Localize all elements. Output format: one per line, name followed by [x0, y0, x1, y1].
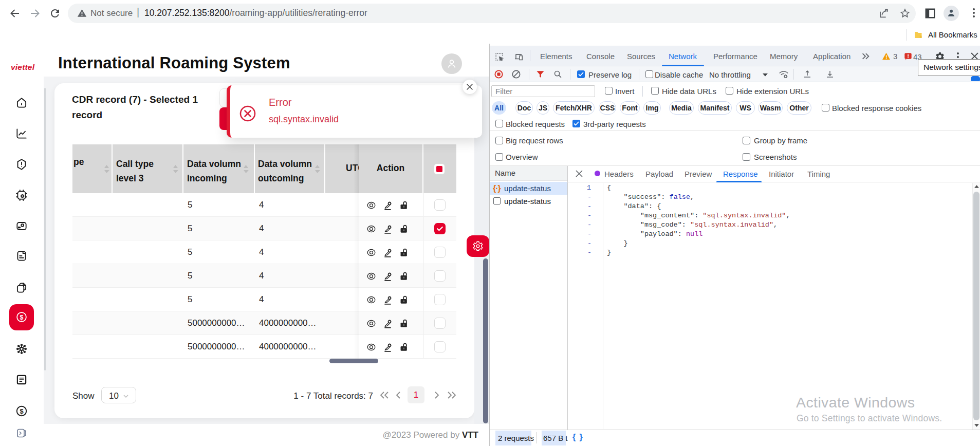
svg-text:$: $ [20, 407, 24, 415]
svg-text:$: $ [20, 314, 24, 321]
